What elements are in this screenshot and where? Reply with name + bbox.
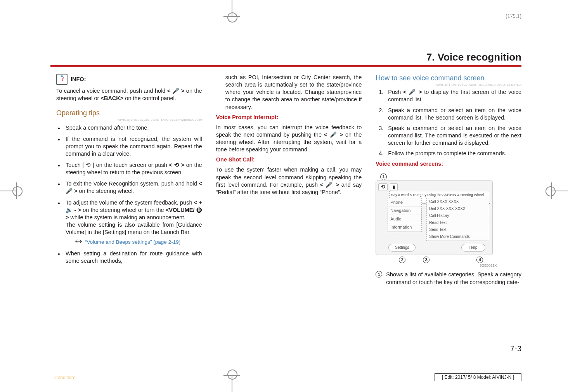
tip-subnote: The volume setting is also available fro… bbox=[66, 221, 202, 236]
screenshot-command: Show More Commands bbox=[427, 233, 489, 240]
screenshot-command: Read Text bbox=[427, 219, 489, 226]
screenshot-figure: 1 ⟲ ▮ Say a word & category using the AS… bbox=[376, 173, 521, 268]
body-columns: i INFO: To cancel a voice command, push … bbox=[56, 74, 521, 334]
callout-1-text: Shows a list of available categories. Sp… bbox=[386, 271, 521, 286]
callout-3: 3 bbox=[423, 257, 429, 263]
header-rule bbox=[50, 65, 521, 67]
talk-button-glyph: < 🎤 > bbox=[403, 89, 422, 95]
page-number: 7-3 bbox=[510, 344, 521, 353]
screenshot-help-button: Help bbox=[461, 244, 486, 251]
screenshot-command: Call History bbox=[427, 212, 489, 219]
screenshot-settings-button: Settings bbox=[388, 244, 416, 251]
page-coordinate: (179,1) bbox=[506, 13, 521, 19]
info-icon: i bbox=[56, 74, 68, 85]
chapter-title: 7. Voice recognition bbox=[426, 51, 521, 63]
screenshot-command: Call XXXX XXXX bbox=[427, 198, 489, 205]
subheading-voice-command-screens: Voice command screens: bbox=[376, 160, 521, 168]
screenshot-category: Phone bbox=[388, 198, 421, 207]
screenshot-category: Information bbox=[388, 223, 421, 232]
screenshot-category: Navigation bbox=[388, 206, 421, 215]
callout-row: 2 3 4 bbox=[376, 257, 492, 264]
osc-body: To use the system faster when making a c… bbox=[216, 166, 362, 196]
tip-item: To exit the Voice Recognition system, pu… bbox=[64, 180, 202, 195]
callout-1: 1 bbox=[380, 173, 387, 180]
vpi-body: In most cases, you can interrupt the voi… bbox=[216, 124, 362, 154]
step-item: Speak a command or select an item on the… bbox=[385, 107, 521, 121]
screenshot-command: Send Text bbox=[427, 226, 489, 233]
screenshot-category: Audio bbox=[388, 215, 421, 224]
subheading-one-shot-call: One Shot Call: bbox=[216, 156, 362, 163]
screenshot-command-panel: Call XXXX XXXX Dial XXX-XXX-XXXX Call Hi… bbox=[426, 198, 489, 241]
crop-circle bbox=[12, 186, 23, 196]
crop-circle bbox=[227, 369, 237, 380]
talk-button-glyph: < 🎤 > bbox=[324, 132, 343, 138]
crop-circle bbox=[227, 12, 237, 23]
steps-list: Push < 🎤 > to display the first screen o… bbox=[376, 88, 521, 160]
cross-reference: “Volume and Beeps settings” (page 2-19) bbox=[75, 239, 202, 246]
info-heading: i INFO: bbox=[56, 74, 202, 85]
step-item: Speak a command or select an item on the… bbox=[385, 125, 521, 147]
subheading-voice-prompt-interrupt: Voice Prompt Interrupt: bbox=[216, 114, 362, 121]
reference-icon bbox=[75, 239, 83, 246]
guid-code: AIVINJN1-5EBE1C81-7EAE-4A5C-8323-F92B58D… bbox=[56, 118, 202, 122]
back-button-label: <BACK> bbox=[100, 95, 123, 101]
tip-item: Touch [ ⟲ ] on the touch screen or push … bbox=[64, 161, 202, 176]
talk-button-glyph: < 🎤 > bbox=[320, 182, 339, 188]
back-icon: ⟲ bbox=[86, 162, 91, 168]
heading-how-to-see-voice-command-screen: How to see voice command screen bbox=[376, 74, 521, 83]
talk-button-glyph: < 🎤 > bbox=[167, 88, 184, 94]
voice-command-screenshot: ⟲ ▮ Say a word & category using the ASPI… bbox=[376, 180, 500, 268]
footer-edit-info: [ Edit: 2017/ 5/ 8 Model: AIVINJ-N ] bbox=[435, 373, 521, 381]
tip-continuation: such as POI, Intersection or City Center… bbox=[225, 74, 362, 111]
callout-1-marker: 1 bbox=[376, 271, 382, 278]
footer-condition: Condition: bbox=[54, 375, 75, 380]
callout-4: 4 bbox=[476, 257, 483, 263]
step-item: Follow the prompts to complete the comma… bbox=[385, 150, 521, 157]
callout-1-description: 1 Shows a list of available categories. … bbox=[376, 271, 521, 286]
info-label: INFO: bbox=[71, 76, 86, 83]
tips-list: Speak a command after the tone. If the c… bbox=[56, 124, 202, 269]
tip-item: If the command is not recognized, the sy… bbox=[64, 135, 202, 158]
screenshot-back-button: ⟲ bbox=[378, 183, 388, 191]
tip-item: Speak a command after the tone. bbox=[64, 124, 202, 132]
callout-2: 2 bbox=[399, 257, 405, 263]
step-item: Push < 🎤 > to display the first screen o… bbox=[385, 88, 521, 103]
screenshot-home-icon: ▮ bbox=[390, 183, 398, 191]
tip-item: When setting a destination for route gui… bbox=[64, 250, 202, 265]
info-body: To cancel a voice command, push and hold… bbox=[56, 87, 202, 102]
tip-item: To adjust the volume of the system feedb… bbox=[64, 199, 202, 246]
operating-tips-heading: Operating tips bbox=[56, 109, 202, 118]
crop-circle bbox=[545, 186, 556, 196]
back-button-glyph: < ⟲ > bbox=[169, 162, 184, 168]
guid-code: AIVINJN1-DA7924C7-AD6F-4EBB-A519-06BD7EF… bbox=[376, 83, 521, 87]
column-3: How to see voice command screen AIVINJN1… bbox=[376, 74, 521, 334]
screenshot-command: Dial XXX-XXX-XXXX bbox=[427, 205, 489, 212]
reference-link[interactable]: “Volume and Beeps settings” (page 2-19) bbox=[85, 239, 180, 246]
screenshot-category-panel: Phone Navigation Audio Information bbox=[388, 198, 422, 232]
column-2: such as POI, Intersection or City Center… bbox=[216, 74, 362, 334]
column-1: i INFO: To cancel a voice command, push … bbox=[56, 74, 202, 334]
